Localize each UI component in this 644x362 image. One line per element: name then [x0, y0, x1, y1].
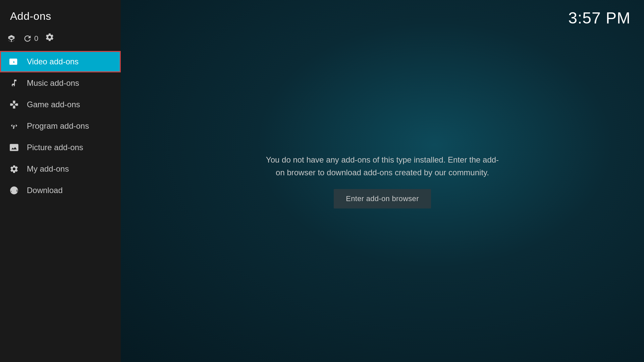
addons-icon[interactable]: [7, 34, 16, 43]
sidebar-item-label-video-add-ons: Video add-ons: [27, 57, 78, 66]
enter-addon-browser-button[interactable]: Enter add-on browser: [334, 189, 431, 208]
sidebar-item-download[interactable]: Download: [0, 180, 121, 201]
toolbar: 0: [0, 29, 121, 51]
my-addons-icon: [8, 164, 20, 174]
sidebar-item-label-my-add-ons: My add-ons: [27, 164, 69, 174]
sidebar-item-video-add-ons[interactable]: Video add-ons: [0, 51, 121, 72]
sidebar-item-label-program-add-ons: Program add-ons: [27, 121, 89, 131]
time-display: 3:57 PM: [568, 9, 631, 27]
sidebar-item-label-game-add-ons: Game add-ons: [27, 100, 80, 109]
sidebar-item-program-add-ons[interactable]: Program add-ons: [0, 115, 121, 137]
picture-icon: [8, 143, 20, 152]
sidebar-item-label-picture-add-ons: Picture add-ons: [27, 143, 83, 152]
empty-message-container: You do not have any add-ons of this type…: [262, 154, 503, 179]
sidebar-item-my-add-ons[interactable]: My add-ons: [0, 158, 121, 180]
sidebar-item-game-add-ons[interactable]: Game add-ons: [0, 94, 121, 115]
sidebar-item-picture-add-ons[interactable]: Picture add-ons: [0, 137, 121, 158]
music-icon: [8, 78, 20, 88]
settings-icon[interactable]: [45, 33, 54, 44]
download-icon: [8, 186, 20, 195]
page-title: Add-ons: [0, 0, 121, 29]
game-icon: [8, 100, 20, 109]
refresh-group[interactable]: 0: [23, 34, 38, 43]
empty-message-text: You do not have any add-ons of this type…: [262, 154, 503, 179]
sidebar-item-music-add-ons[interactable]: Music add-ons: [0, 72, 121, 94]
sidebar: Add-ons 0: [0, 0, 121, 362]
sidebar-item-label-download: Download: [27, 186, 63, 195]
refresh-count: 0: [34, 34, 38, 43]
program-icon: [8, 121, 20, 131]
nav-menu: Video add-ons Music add-ons Game add-ons: [0, 51, 121, 201]
sidebar-item-label-music-add-ons: Music add-ons: [27, 78, 79, 88]
main-content: 3:57 PM You do not have any add-ons of t…: [121, 0, 644, 362]
video-icon: [8, 57, 20, 66]
